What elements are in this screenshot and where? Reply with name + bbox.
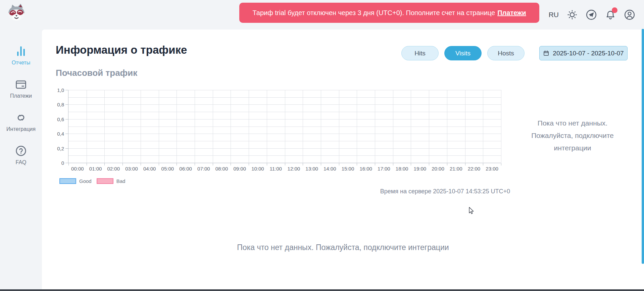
x-axis-tick xyxy=(159,163,159,165)
language-selector[interactable]: RU xyxy=(549,11,559,19)
notifications-bell-icon[interactable] xyxy=(605,9,616,20)
gridline-horizontal xyxy=(68,90,501,90)
tab-hits[interactable]: Hits xyxy=(401,46,439,60)
x-axis-tick xyxy=(447,163,447,165)
x-axis-tick xyxy=(87,163,87,165)
x-axis-tick xyxy=(285,163,285,165)
date-range-picker[interactable]: 2025-10-07 - 2025-10-07 xyxy=(539,46,628,60)
bar-chart-icon xyxy=(15,45,27,57)
x-axis-tick xyxy=(429,163,429,165)
tab-hosts[interactable]: Hosts xyxy=(487,46,525,60)
x-axis-label: 09:00 xyxy=(233,166,246,172)
x-axis-tick xyxy=(483,163,483,165)
x-axis-tick xyxy=(141,163,141,165)
y-axis-label: 0,8 xyxy=(57,102,64,107)
main-content: Информация о трафике HitsVisitsHosts 202… xyxy=(42,30,644,289)
x-axis-label: 22:00 xyxy=(468,166,481,172)
x-axis-label: 20:00 xyxy=(432,166,444,172)
x-axis-label: 08:00 xyxy=(215,166,228,172)
chart-legend: GoodBad xyxy=(59,178,125,184)
header: Тариф trial будет отключен через 3 дня (… xyxy=(0,0,644,30)
raccoon-logo[interactable] xyxy=(7,3,26,22)
x-axis-tick xyxy=(68,163,69,165)
x-axis-label: 18:00 xyxy=(396,166,408,172)
y-axis-tick xyxy=(65,163,68,163)
x-axis-tick xyxy=(249,163,249,165)
x-axis-tick xyxy=(195,163,195,165)
gridline-horizontal xyxy=(68,134,501,134)
metric-tabs: HitsVisitsHosts xyxy=(401,46,525,60)
gridline-horizontal xyxy=(68,104,501,105)
server-time: Время на сервере 2025-10-07 14:53:25 UTC… xyxy=(380,188,510,195)
x-axis-label: 06:00 xyxy=(179,166,192,172)
tab-visits[interactable]: Visits xyxy=(444,46,482,60)
y-axis-tick xyxy=(65,134,68,134)
x-axis-tick xyxy=(231,163,231,165)
x-axis-label: 00:00 xyxy=(71,166,84,172)
y-axis-tick xyxy=(65,119,68,119)
x-axis-label: 02:00 xyxy=(107,166,120,172)
sidebar-item-faq[interactable]: FAQ xyxy=(15,145,27,165)
x-axis-tick xyxy=(357,163,357,165)
date-range-value: 2025-10-07 - 2025-10-07 xyxy=(553,50,624,57)
x-axis-tick xyxy=(104,163,105,165)
section-title: Почасовой трафик xyxy=(56,68,137,78)
sidebar-item-label: FAQ xyxy=(15,159,26,165)
x-axis-label: 10:00 xyxy=(251,166,264,172)
x-axis-label: 12:00 xyxy=(288,166,300,172)
x-axis-tick xyxy=(177,163,177,165)
hourly-traffic-chart: 00:0001:0002:0003:0004:0005:0006:0007:00… xyxy=(68,90,501,163)
y-axis-label: 1,0 xyxy=(57,87,64,93)
legend-swatch xyxy=(59,178,76,184)
x-axis-tick xyxy=(321,163,321,165)
x-axis-tick xyxy=(303,163,303,165)
x-axis-label: 04:00 xyxy=(143,166,156,172)
legend-swatch xyxy=(97,178,113,184)
banner-payments-link[interactable]: Платежи xyxy=(497,9,526,17)
vertical-scrollbar[interactable] xyxy=(642,29,644,264)
sidebar-item-label: Платежи xyxy=(10,93,32,99)
gridline-horizontal xyxy=(68,141,501,141)
theme-toggle-sun-icon[interactable] xyxy=(566,9,578,20)
x-axis-tick xyxy=(122,163,123,165)
y-axis-label: 0,4 xyxy=(57,131,64,137)
sidebar-item-integration[interactable]: Интеграция xyxy=(6,111,36,132)
x-axis-tick xyxy=(267,163,267,165)
y-axis-label: 0,6 xyxy=(57,116,64,122)
x-axis-label: 15:00 xyxy=(342,166,354,172)
x-axis-label: 05:00 xyxy=(161,166,174,172)
sidebar: ОтчетыПлатежиИнтеграцияFAQ xyxy=(0,30,42,289)
legend-item-bad[interactable]: Bad xyxy=(97,178,126,184)
notification-badge xyxy=(612,7,617,13)
telegram-icon[interactable] xyxy=(586,9,597,20)
gridline-horizontal xyxy=(68,155,501,156)
x-axis-tick xyxy=(213,163,213,165)
x-axis-label: 07:00 xyxy=(197,166,210,172)
legend-label: Good xyxy=(79,178,92,184)
y-axis-label: 0,2 xyxy=(57,145,64,151)
window-bottom-edge xyxy=(0,289,644,291)
x-axis-label: 01:00 xyxy=(89,166,102,172)
account-icon[interactable] xyxy=(624,9,635,20)
y-axis-label: 0 xyxy=(61,160,64,166)
x-axis-label: 23:00 xyxy=(486,166,498,172)
legend-item-good[interactable]: Good xyxy=(59,178,92,184)
x-axis-label: 19:00 xyxy=(414,166,427,172)
x-axis-tick xyxy=(411,163,411,165)
x-axis-label: 11:00 xyxy=(269,166,282,172)
sidebar-item-reports[interactable]: Отчеты xyxy=(12,45,30,66)
y-axis-tick xyxy=(65,90,68,90)
y-axis-tick xyxy=(65,104,68,105)
trial-warning-banner: Тариф trial будет отключен через 3 дня (… xyxy=(239,3,539,23)
gridline-vertical xyxy=(501,90,501,163)
table-no-data-message: Пока что нет данных. Пожалуйста, подключ… xyxy=(42,243,644,252)
gridline-horizontal xyxy=(68,97,501,98)
calendar-icon xyxy=(543,50,549,56)
legend-label: Bad xyxy=(116,178,126,184)
sidebar-item-payments[interactable]: Платежи xyxy=(10,78,32,99)
x-axis-label: 14:00 xyxy=(324,166,336,172)
x-axis-label: 16:00 xyxy=(359,166,372,172)
gridline-horizontal xyxy=(68,127,501,127)
credit-card-icon xyxy=(15,78,27,91)
sidebar-item-label: Интеграция xyxy=(6,126,36,132)
